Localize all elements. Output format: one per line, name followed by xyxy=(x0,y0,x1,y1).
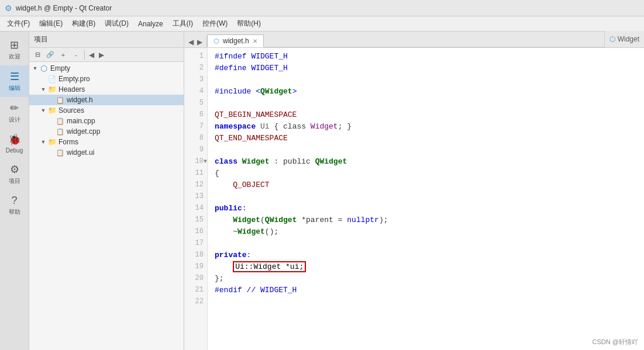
code-token: #endif // WIDGET_H xyxy=(215,286,297,294)
code-line-3 xyxy=(215,74,644,85)
sidebar-item-编辑[interactable]: ☰编辑 xyxy=(0,65,29,97)
tree-item-sources-folder[interactable]: ▼📁Sources xyxy=(29,105,184,116)
code-line-11: { xyxy=(215,167,644,179)
tree-item-forms-folder[interactable]: ▼📁Forms xyxy=(29,137,184,147)
tree-item-widget-cpp[interactable]: 📋widget.cpp xyxy=(29,126,184,137)
sidebar-label: 编辑 xyxy=(9,84,20,92)
title-bar: ⚙ widget.h @ Empty - Qt Creator xyxy=(0,0,644,16)
sidebar-item-设计[interactable]: ✏设计 xyxy=(0,97,29,129)
line-num-18: 18 xyxy=(184,249,207,261)
code-token: ( xyxy=(260,216,265,224)
line-num-17: 17 xyxy=(184,237,207,249)
tree-label: Headers xyxy=(58,85,85,93)
tree-icon-project: ⬡ xyxy=(39,64,49,72)
code-token: ); xyxy=(379,216,388,224)
menu-item-w[interactable]: 控件(W) xyxy=(198,18,232,30)
sidebar-icon: 🐞 xyxy=(8,133,21,146)
sidebar-item-项目[interactable]: ⚙项目 xyxy=(0,158,29,190)
collapse-btn[interactable]: - xyxy=(70,50,82,60)
tree-item-main-cpp[interactable]: 📋main.cpp xyxy=(29,116,184,126)
tree-item-empty-root[interactable]: ▼⬡Empty xyxy=(29,63,184,74)
code-line-6: QT_BEGIN_NAMESPACE xyxy=(215,109,644,120)
collapse-arrow[interactable]: ▼ xyxy=(204,158,207,165)
sidebar-item-欢迎[interactable]: ⊞欢迎 xyxy=(0,34,29,65)
line-num-21: 21 xyxy=(184,284,207,296)
code-line-17 xyxy=(215,237,644,249)
tree-icon-h-file: 📋 xyxy=(56,96,65,104)
main-layout: ⊞欢迎☰编辑✏设计🐞Debug⚙项目?帮助 项目 ⊟ 🔗 + - ◀ ▶ ▼⬡E… xyxy=(0,32,644,350)
tree-item-headers-folder[interactable]: ▼📁Headers xyxy=(29,84,184,95)
tree-item-widget-h[interactable]: 📋widget.h xyxy=(29,95,184,105)
expand-btn[interactable]: + xyxy=(57,50,69,60)
tab-h-icon: ⬡ xyxy=(213,37,219,45)
tree-label: widget.cpp xyxy=(67,127,100,136)
project-panel-toolbar: ⊟ 🔗 + - ◀ ▶ xyxy=(29,48,184,62)
tab-next-btn[interactable]: ▶ xyxy=(195,37,204,47)
line-num-1: 1 xyxy=(184,50,207,62)
menu-item-d[interactable]: 调试(D) xyxy=(100,18,133,30)
tree-icon-folder: 📁 xyxy=(47,138,57,146)
project-panel-title: 项目 xyxy=(34,34,48,44)
code-token: : xyxy=(242,204,247,213)
tree-icon-pro: 📄 xyxy=(47,75,57,83)
code-token: Widget xyxy=(242,157,270,166)
sidebar-icon: ✏ xyxy=(10,102,19,115)
line-num-15: 15 xyxy=(184,214,207,226)
tree-arrow xyxy=(48,128,55,135)
sidebar-item-帮助[interactable]: ?帮助 xyxy=(0,190,29,221)
sidebar-label: 欢迎 xyxy=(9,53,20,61)
menu-bar: 文件(F)编辑(E)构建(B)调试(D)Analyze工具(I)控件(W)帮助(… xyxy=(0,16,644,32)
tab-widget-h-label: widget.h xyxy=(223,37,249,45)
menu-item-b[interactable]: 构建(B) xyxy=(67,18,100,30)
nav-back-btn[interactable]: ◀ xyxy=(87,50,96,60)
filter-btn[interactable]: ⊟ xyxy=(32,50,43,60)
menu-item-analyze[interactable]: Analyze xyxy=(133,19,168,29)
tab-close-icon[interactable]: ✕ xyxy=(253,38,257,44)
tree-arrow xyxy=(40,75,47,82)
code-line-16: ~Widget(); xyxy=(215,226,644,237)
tree-label: main.cpp xyxy=(67,117,95,125)
code-line-7: namespace Ui { class Widget; } xyxy=(215,120,644,132)
tree-icon-folder: 📁 xyxy=(47,106,57,115)
line-num-3: 3 xyxy=(184,74,207,85)
tab-prev-btn[interactable]: ◀ xyxy=(187,37,195,47)
nav-fwd-btn[interactable]: ▶ xyxy=(97,50,106,60)
code-token: Q_OBJECT xyxy=(215,181,270,189)
code-line-2: #define WIDGET_H xyxy=(215,62,644,74)
menu-item-f[interactable]: 文件(F) xyxy=(2,18,35,30)
line-num-2: 2 xyxy=(184,62,207,74)
line-num-11: 11 xyxy=(184,167,207,179)
editor-area: ◀ ▶ ⬡ widget.h ✕ ⬡ Widget 12345678910▼11… xyxy=(184,32,644,350)
menu-item-h[interactable]: 帮助(H) xyxy=(232,18,266,30)
title-text: widget.h @ Empty - Qt Creator xyxy=(16,4,112,12)
tree-arrow: ▼ xyxy=(32,65,39,72)
code-token: #ifndef WIDGET_H xyxy=(215,52,288,61)
toolbar-separator xyxy=(84,50,85,60)
tree-arrow: ▼ xyxy=(40,86,47,93)
sidebar-icon: ⚙ xyxy=(10,163,19,176)
tree-label: Empty.pro xyxy=(58,75,90,83)
menu-item-i[interactable]: 工具(I) xyxy=(168,18,198,30)
tab-widget-h[interactable]: ⬡ widget.h ✕ xyxy=(207,34,264,47)
sidebar-item-debug[interactable]: 🐞Debug xyxy=(0,129,29,158)
code-token: #define WIDGET_H xyxy=(215,64,288,72)
link-btn[interactable]: 🔗 xyxy=(44,50,56,60)
tree-item-empty-pro[interactable]: 📄Empty.pro xyxy=(29,74,184,84)
sidebar-label: 设计 xyxy=(9,116,20,124)
tree-label: Empty xyxy=(50,64,70,72)
tree-icon-cpp-file: 📋 xyxy=(56,127,65,136)
tree-item-widget-ui[interactable]: 📋widget.ui xyxy=(29,147,184,158)
project-panel: 项目 ⊟ 🔗 + - ◀ ▶ ▼⬡Empty📄Empty.pro▼📁Header… xyxy=(29,32,184,350)
line-num-22: 22 xyxy=(184,296,207,307)
menu-item-e[interactable]: 编辑(E) xyxy=(35,18,67,30)
line-num-7: 7 xyxy=(184,120,207,132)
code-line-1: #ifndef WIDGET_H xyxy=(215,50,644,62)
code-line-14: public: xyxy=(215,202,644,214)
project-panel-header: 项目 xyxy=(29,32,184,48)
code-lines[interactable]: #ifndef WIDGET_H#define WIDGET_H#include… xyxy=(208,48,644,350)
code-token: : xyxy=(247,251,252,259)
line-num-20: 20 xyxy=(184,272,207,284)
code-line-5 xyxy=(215,97,644,109)
line-num-12: 12 xyxy=(184,179,207,190)
code-token: Ui xyxy=(260,122,270,131)
